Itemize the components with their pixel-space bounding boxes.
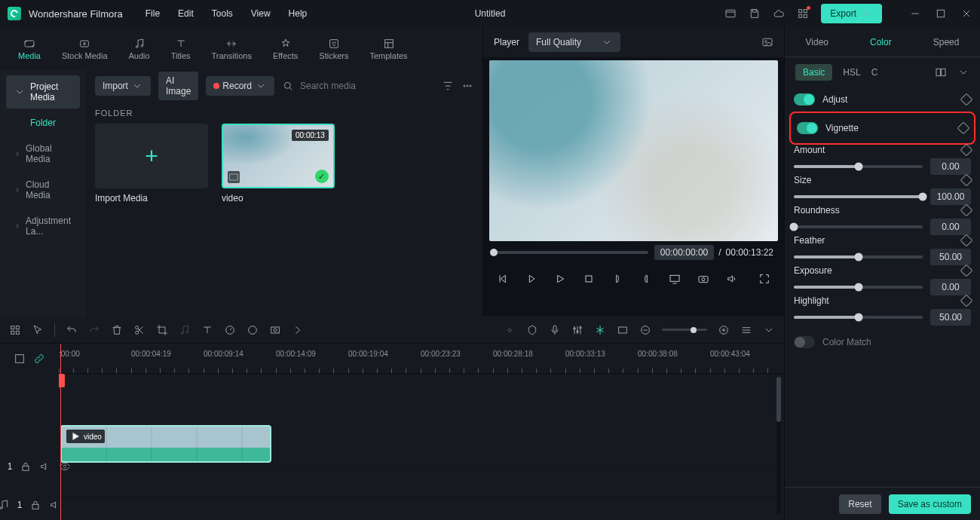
menu-help[interactable]: Help: [289, 8, 308, 19]
keyframe-icon[interactable]: [960, 144, 973, 157]
lock-icon[interactable]: [29, 499, 41, 511]
mixer-icon[interactable]: [571, 324, 583, 336]
keyframe-icon[interactable]: [957, 122, 970, 135]
preview-viewport[interactable]: [489, 60, 778, 241]
asset-tab-effects[interactable]: Effects: [273, 38, 298, 60]
mask-icon[interactable]: [269, 324, 281, 336]
speed-icon[interactable]: [224, 324, 236, 336]
cloud-icon[interactable]: [773, 8, 785, 20]
close-icon[interactable]: [960, 8, 972, 20]
asset-tab-audio[interactable]: Audio: [129, 38, 150, 60]
amount-slider[interactable]: [794, 165, 923, 168]
tab-video[interactable]: Video: [800, 34, 835, 50]
color-icon[interactable]: [247, 324, 259, 336]
menu-edit[interactable]: Edit: [178, 8, 194, 19]
play-loop-icon[interactable]: [525, 273, 537, 285]
link-icon[interactable]: [33, 353, 45, 365]
player-tab[interactable]: Player: [494, 37, 519, 47]
zoom-out-icon[interactable]: [639, 324, 651, 336]
keyframe-icon[interactable]: [960, 295, 973, 307]
compare-icon[interactable]: [935, 66, 947, 78]
asset-tab-media[interactable]: Media: [18, 38, 41, 60]
subtab-basic[interactable]: Basic: [795, 64, 832, 81]
record-button[interactable]: Record: [206, 76, 274, 96]
sidebar-item-cloud-media[interactable]: Cloud Media: [6, 173, 80, 206]
render-icon[interactable]: [617, 324, 629, 336]
save-icon[interactable]: [749, 8, 761, 20]
size-slider[interactable]: [794, 195, 923, 198]
feather-value[interactable]: 50.00: [930, 249, 971, 265]
media-clip-tile[interactable]: 00:00:13 ✓ video: [222, 124, 335, 203]
crop-icon[interactable]: [156, 324, 168, 336]
keyframe-icon[interactable]: [960, 204, 973, 217]
marker-icon[interactable]: [526, 324, 538, 336]
auto-icon[interactable]: [504, 324, 516, 336]
ai-image-button[interactable]: AI Image: [158, 72, 198, 100]
camera-icon[interactable]: [697, 273, 709, 285]
track-manager-icon[interactable]: [14, 353, 26, 365]
sidebar-item-global-media[interactable]: Global Media: [6, 137, 80, 170]
more-tools-icon[interactable]: [292, 324, 304, 336]
roundness-slider[interactable]: [794, 225, 923, 228]
tl-pointer-icon[interactable]: [32, 324, 44, 336]
sidebar-item-folder[interactable]: Folder: [6, 112, 80, 134]
video-track[interactable]: video: [59, 421, 784, 467]
sidebar-item-project-media[interactable]: Project Media: [6, 75, 80, 109]
tab-speed[interactable]: Speed: [927, 34, 966, 50]
volume-icon[interactable]: [726, 273, 738, 285]
mark-in-icon[interactable]: [611, 273, 623, 285]
play-icon[interactable]: [554, 273, 566, 285]
stop-icon[interactable]: [583, 273, 595, 285]
tl-chevron-down-icon[interactable]: [763, 324, 775, 336]
mark-out-icon[interactable]: [640, 273, 652, 285]
feather-slider[interactable]: [794, 255, 923, 258]
asset-tab-stock-media[interactable]: Stock Media: [62, 38, 108, 60]
timeline-ruler[interactable]: :00:0000:00:04:1900:00:09:1400:00:14:090…: [59, 344, 784, 374]
highlight-slider[interactable]: [794, 316, 923, 319]
import-button[interactable]: Import: [95, 76, 151, 96]
export-button[interactable]: Export: [821, 4, 882, 23]
asset-tab-templates[interactable]: Templates: [369, 38, 407, 60]
mic-icon[interactable]: [549, 324, 561, 336]
delete-icon[interactable]: [111, 324, 123, 336]
keyframe-icon[interactable]: [960, 174, 973, 187]
filter-icon[interactable]: [442, 80, 454, 92]
tl-modules-icon[interactable]: [9, 324, 21, 336]
music-icon[interactable]: [179, 324, 191, 336]
snapshot-icon[interactable]: [761, 36, 773, 48]
audio-track[interactable]: [59, 467, 784, 497]
timeline-tracks[interactable]: :00:0000:00:04:1900:00:09:1400:00:14:090…: [59, 344, 784, 520]
roundness-value[interactable]: 0.00: [930, 219, 971, 235]
exposure-slider[interactable]: [794, 286, 923, 289]
minimize-icon[interactable]: [909, 8, 921, 20]
chevron-down-icon[interactable]: [957, 66, 969, 78]
split-icon[interactable]: [133, 324, 145, 336]
playhead[interactable]: [60, 344, 61, 520]
save-custom-button[interactable]: Save as custom: [889, 494, 971, 514]
color-match-toggle[interactable]: [794, 336, 815, 348]
fullscreen-icon[interactable]: [758, 273, 770, 285]
exposure-value[interactable]: 0.00: [930, 279, 971, 295]
scrub-handle[interactable]: [490, 249, 498, 256]
adjust-toggle[interactable]: [794, 93, 815, 106]
keyframe-icon[interactable]: [960, 265, 973, 277]
zoom-slider[interactable]: [662, 329, 707, 331]
amount-value[interactable]: 0.00: [930, 158, 971, 175]
undo-icon[interactable]: [66, 324, 78, 336]
apps-icon[interactable]: [797, 8, 809, 20]
lock-icon[interactable]: [20, 460, 32, 473]
redo-icon[interactable]: [88, 324, 100, 336]
subtab-curves[interactable]: C: [871, 67, 878, 78]
search-input[interactable]: [299, 80, 434, 92]
asset-tab-stickers[interactable]: Stickers: [319, 38, 348, 60]
tab-color[interactable]: Color: [864, 34, 898, 50]
mute-icon[interactable]: [39, 460, 51, 473]
keyframe-icon[interactable]: [960, 234, 973, 247]
prev-frame-icon[interactable]: [497, 273, 509, 285]
zoom-in-icon[interactable]: [718, 324, 730, 336]
menu-view[interactable]: View: [251, 8, 271, 19]
tracks-view-icon[interactable]: [740, 324, 752, 336]
asset-tab-titles[interactable]: Titles: [171, 38, 191, 60]
import-media-tile[interactable]: + Import Media: [95, 124, 208, 203]
layout-icon[interactable]: [724, 8, 737, 20]
